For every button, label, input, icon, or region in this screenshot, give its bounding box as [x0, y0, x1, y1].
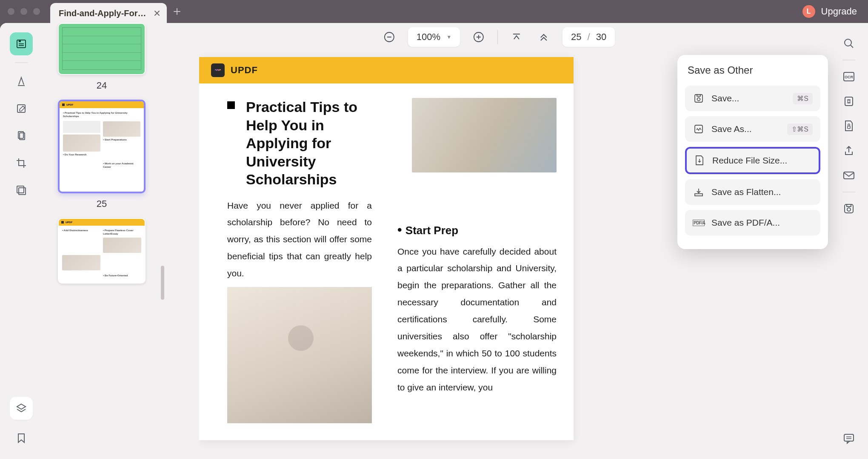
- window-controls: [8, 8, 40, 15]
- reduce-label: Reduce File Size...: [712, 155, 787, 166]
- svg-rect-8: [19, 188, 26, 195]
- new-tab-button[interactable]: [167, 1, 187, 22]
- current-page: 25: [571, 32, 581, 43]
- save-as-label: Save As...: [711, 124, 752, 134]
- layers-button[interactable]: [10, 397, 33, 420]
- popover-title: Save as Other: [688, 64, 818, 76]
- view-toolbar: 100% ▼ 25 / 30: [381, 27, 615, 47]
- reduce-size-icon: [694, 155, 705, 166]
- flatten-label: Save as Flatten...: [711, 187, 781, 197]
- share-button[interactable]: [838, 140, 860, 162]
- save-flatten-menu-item[interactable]: Save as Flatten...: [685, 179, 820, 205]
- total-pages: 30: [596, 32, 606, 43]
- minimize-window[interactable]: [20, 8, 27, 15]
- zoom-out-button[interactable]: [381, 29, 398, 46]
- svg-point-29: [697, 98, 700, 101]
- svg-rect-1: [19, 40, 21, 42]
- redact-tool[interactable]: [10, 179, 33, 202]
- svg-line-16: [851, 45, 853, 48]
- zoom-value: 100%: [417, 32, 440, 43]
- thumbnail-label: 24: [97, 80, 107, 91]
- save-as-icon: [693, 123, 705, 135]
- svg-rect-32: [695, 194, 702, 196]
- save-as-menu-item[interactable]: Save As... ⇧⌘S: [685, 116, 820, 142]
- svg-rect-20: [848, 126, 850, 129]
- comments-button[interactable]: [838, 427, 860, 450]
- thumbnail-page-26[interactable]: UPDF Add Distinctiveness Prepare Flawles…: [58, 218, 146, 284]
- reader-mode-button[interactable]: [10, 32, 33, 55]
- svg-point-15: [845, 39, 851, 46]
- svg-rect-21: [844, 172, 854, 179]
- thumbnail-page-24[interactable]: [58, 23, 146, 75]
- svg-rect-24: [847, 204, 851, 207]
- intro-paragraph: Have you never applied for a scholarship…: [227, 197, 372, 282]
- save-as-shortcut: ⇧⌘S: [787, 123, 813, 135]
- thumbnails-panel: 24 UPDF Practical Tips to Help You in Ap…: [43, 23, 166, 459]
- flatten-icon: [693, 186, 705, 198]
- page-separator: /: [588, 32, 590, 43]
- save-pdfa-menu-item[interactable]: PDF/A Save as PDF/A...: [685, 210, 820, 235]
- page-indicator[interactable]: 25 / 30: [562, 27, 615, 47]
- crop-tool[interactable]: [10, 152, 33, 175]
- thumbnail-label: 25: [97, 198, 107, 209]
- photo-student: [227, 287, 372, 423]
- pdfa-label: Save as PDF/A...: [711, 218, 780, 228]
- photo-desk: [412, 98, 557, 172]
- brand-text: UPDF: [231, 65, 258, 76]
- chevron-down-icon: ▼: [446, 34, 451, 40]
- first-page-button[interactable]: [508, 29, 525, 46]
- organize-pages-tool[interactable]: [10, 124, 33, 147]
- save-label: Save...: [711, 93, 739, 103]
- document-tab[interactable]: Find-and-Apply-For-the-Best: [50, 3, 167, 23]
- close-window[interactable]: [8, 8, 14, 15]
- save-icon: [693, 92, 705, 104]
- zoom-in-button[interactable]: [470, 29, 487, 46]
- tab-title: Find-and-Apply-For-the-Best: [59, 9, 148, 18]
- svg-text:OCR: OCR: [845, 75, 854, 79]
- page-heading: Practical Tips to Help You in Applying f…: [246, 98, 388, 189]
- edit-text-tool[interactable]: [10, 97, 33, 120]
- ocr-button[interactable]: OCR: [838, 66, 860, 88]
- svg-rect-31: [695, 125, 702, 133]
- upgrade-button[interactable]: Upgrade: [821, 6, 860, 17]
- titlebar: Find-and-Apply-For-the-Best L Upgrade: [0, 0, 868, 23]
- user-avatar[interactable]: L: [802, 5, 815, 18]
- protect-button[interactable]: [838, 115, 860, 137]
- search-button[interactable]: [838, 32, 860, 55]
- svg-rect-7: [17, 186, 24, 193]
- reduce-file-size-menu-item[interactable]: Reduce File Size...: [685, 147, 820, 174]
- page-25: 〰 UPDF Practical Tips to Help You in App…: [199, 57, 574, 440]
- subheading-1: Start Prep: [397, 223, 557, 237]
- right-tool-rail: OCR: [830, 23, 868, 459]
- bullet-square-icon: [227, 101, 235, 109]
- save-menu-item[interactable]: Save... ⌘S: [685, 86, 820, 111]
- sub1-paragraph: Once you have carefully decided about a …: [397, 243, 557, 396]
- email-button[interactable]: [838, 164, 860, 186]
- updf-logo-icon: 〰: [211, 63, 225, 77]
- svg-rect-30: [697, 95, 700, 96]
- svg-rect-25: [844, 434, 854, 441]
- left-tool-rail: [0, 23, 43, 459]
- svg-point-23: [847, 208, 851, 211]
- save-shortcut: ⌘S: [793, 93, 813, 104]
- svg-rect-19: [845, 97, 853, 106]
- thumbnail-page-25[interactable]: UPDF Practical Tips to Help You in Apply…: [58, 100, 146, 193]
- tab-bar: Find-and-Apply-For-the-Best: [50, 0, 187, 23]
- save-as-other-button[interactable]: [838, 198, 860, 220]
- pdfa-icon: PDF/A: [693, 217, 705, 229]
- thumbnail-scrollbar[interactable]: [161, 266, 164, 300]
- previous-page-button[interactable]: [535, 29, 552, 46]
- save-as-other-popover: Save as Other Save... ⌘S Save As... ⇧⌘S: [677, 55, 828, 249]
- bookmark-button[interactable]: [10, 427, 33, 450]
- page-brand-header: 〰 UPDF: [199, 57, 574, 83]
- zoom-select[interactable]: 100% ▼: [408, 27, 460, 47]
- close-tab-icon[interactable]: [151, 8, 163, 19]
- highlighter-tool[interactable]: [10, 70, 33, 93]
- convert-button[interactable]: [838, 90, 860, 112]
- maximize-window[interactable]: [33, 8, 40, 15]
